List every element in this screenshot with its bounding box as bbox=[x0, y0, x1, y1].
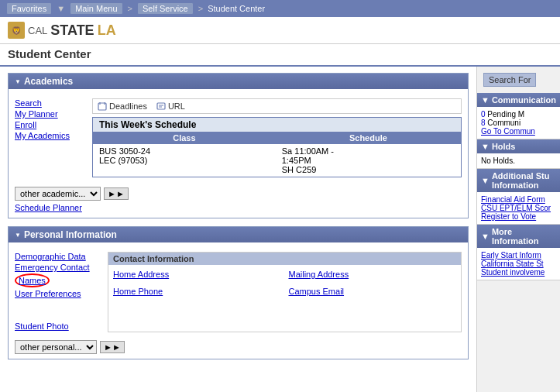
col-schedule-header: Schedule bbox=[276, 132, 462, 144]
names-annotation: ↘ Names bbox=[15, 273, 50, 289]
home-address-link[interactable]: Home Address bbox=[113, 270, 281, 279]
self-service-button[interactable]: Self Service bbox=[137, 2, 194, 15]
page-title: Student Center bbox=[8, 47, 552, 60]
personal-links: Demographic Data Emergency Contact ↘ Nam… bbox=[15, 252, 92, 332]
class-cell: BUS 3050-24LEC (97053) bbox=[93, 144, 276, 177]
early-start-link[interactable]: Early Start Inform bbox=[481, 251, 556, 260]
logo-bar: 🦁 CAL STATE LA bbox=[0, 17, 560, 44]
communic-row: 8 Communi bbox=[481, 119, 556, 127]
my-academics-link[interactable]: My Academics bbox=[15, 131, 77, 140]
communication-body: 0 Pending M 8 Communi Go To Commun bbox=[477, 107, 560, 139]
financial-aid-link[interactable]: Financial Aid Form bbox=[481, 195, 556, 204]
deadlines-item[interactable]: Deadlines bbox=[98, 101, 147, 111]
more-title: More Information bbox=[492, 227, 556, 246]
favorites-button[interactable]: Favorites bbox=[6, 2, 52, 15]
communication-header: ▼ Communication bbox=[477, 93, 560, 107]
communic-label: Communi bbox=[487, 119, 520, 127]
additional-title: Additional Stu Information bbox=[492, 171, 556, 190]
logo-cal: CAL bbox=[28, 25, 47, 36]
student-photo-link[interactable]: Student Photo bbox=[15, 322, 92, 331]
pending-count: 0 bbox=[481, 110, 486, 119]
academics-dropdown[interactable]: other academic... bbox=[15, 187, 101, 201]
pending-label: Pending M bbox=[487, 110, 524, 119]
personal-dropdown-row: other personal... ►► bbox=[15, 340, 462, 354]
right-panel: Search For ▼ Communication 0 Pending M 8… bbox=[476, 67, 560, 392]
url-icon bbox=[156, 101, 166, 111]
academics-section: ▼ Academics Search My Planner Enroll My … bbox=[8, 73, 469, 218]
more-header: ▼ More Information bbox=[477, 225, 560, 248]
additional-body: Financial Aid Form CSU EPT/ELM Scor Regi… bbox=[477, 192, 560, 224]
additional-section: ▼ Additional Stu Information Financial A… bbox=[477, 169, 560, 225]
emergency-contact-link[interactable]: Emergency Contact bbox=[15, 263, 92, 272]
sep2: > bbox=[128, 4, 132, 13]
logo-la: LA bbox=[98, 22, 116, 39]
holds-title: Holds bbox=[492, 142, 516, 151]
personal-header: ▼ Personal Information bbox=[9, 227, 468, 242]
schedule-cell: Sa 11:00AM -1:45PMSH C259 bbox=[276, 144, 462, 177]
search-link[interactable]: Search bbox=[15, 98, 77, 108]
contact-grid: Home Address Mailing Address Home Phone … bbox=[108, 265, 461, 301]
schedule-planner-link[interactable]: Schedule Planner bbox=[15, 203, 82, 212]
go-to-commun-link[interactable]: Go To Commun bbox=[481, 127, 556, 136]
mailing-address-link[interactable]: Mailing Address bbox=[289, 270, 457, 279]
more-section: ▼ More Information Early Start Inform Ca… bbox=[477, 225, 560, 280]
main-menu-button[interactable]: Main Menu bbox=[70, 2, 122, 15]
register-vote-link[interactable]: Register to Vote bbox=[481, 212, 556, 221]
student-center-breadcrumb: Student Center bbox=[208, 4, 265, 13]
user-preferences-link[interactable]: User Preferences bbox=[15, 289, 92, 298]
academics-go-button[interactable]: ►► bbox=[104, 187, 129, 200]
csu-ept-link[interactable]: CSU EPT/ELM Scor bbox=[481, 204, 556, 212]
top-nav: Favorites ▼ Main Menu > Self Service > S… bbox=[0, 0, 560, 17]
url-item[interactable]: URL bbox=[156, 101, 185, 111]
my-planner-link[interactable]: My Planner bbox=[15, 109, 77, 119]
personal-title: Personal Information bbox=[24, 229, 117, 240]
main-layout: ▼ Academics Search My Planner Enroll My … bbox=[0, 67, 560, 392]
triangle-icon: ▼ bbox=[15, 78, 21, 85]
enroll-link[interactable]: Enroll bbox=[15, 120, 77, 129]
academics-header: ▼ Academics bbox=[9, 74, 468, 89]
logo: 🦁 CAL STATE LA bbox=[8, 22, 116, 39]
names-link[interactable]: Names bbox=[15, 273, 50, 287]
schedule-table: This Week's Schedule Class Schedule BUS … bbox=[92, 117, 462, 177]
logo-state: STATE bbox=[50, 22, 94, 39]
logo-icon: 🦁 bbox=[8, 22, 25, 39]
search-for-container: Search For bbox=[477, 67, 560, 93]
contact-info-header: Contact Information bbox=[108, 253, 461, 265]
search-for-button[interactable]: Search For bbox=[483, 73, 536, 87]
holds-body: No Holds. bbox=[477, 153, 560, 168]
academics-title: Academics bbox=[24, 76, 73, 87]
deadlines-label: Deadlines bbox=[109, 101, 147, 111]
center-content: ▼ Academics Search My Planner Enroll My … bbox=[0, 67, 476, 392]
more-body: Early Start Inform California State St S… bbox=[477, 248, 560, 280]
deadlines-icon bbox=[98, 101, 107, 111]
holds-message: No Holds. bbox=[481, 156, 515, 165]
url-label: URL bbox=[168, 101, 185, 111]
cal-state-link[interactable]: California State St bbox=[481, 260, 556, 268]
schedule-planner-container: Schedule Planner bbox=[15, 202, 462, 213]
holds-header: ▼ Holds bbox=[477, 139, 560, 153]
personal-section: ▼ Personal Information Demographic Data … bbox=[8, 226, 469, 359]
academics-links: Search My Planner Enroll My Academics bbox=[15, 98, 77, 177]
svg-rect-3 bbox=[157, 103, 165, 109]
deadlines-url-bar: Deadlines URL bbox=[92, 98, 462, 114]
holds-section: ▼ Holds No Holds. bbox=[477, 139, 560, 169]
additional-header: ▼ Additional Stu Information bbox=[477, 169, 560, 192]
home-phone-link[interactable]: Home Phone bbox=[113, 287, 281, 296]
triangle-icon-2: ▼ bbox=[15, 232, 21, 239]
personal-dropdown[interactable]: other personal... bbox=[15, 340, 97, 354]
student-involve-link[interactable]: Student involveme bbox=[481, 268, 556, 277]
campus-email-link[interactable]: Campus Email bbox=[289, 287, 457, 296]
communication-section: ▼ Communication 0 Pending M 8 Communi Go… bbox=[477, 93, 560, 139]
academics-dropdown-row: other academic... ►► bbox=[15, 187, 462, 201]
table-row: BUS 3050-24LEC (97053) Sa 11:00AM -1:45P… bbox=[93, 144, 462, 177]
academics-body: Search My Planner Enroll My Academics De… bbox=[9, 94, 468, 182]
demographic-link[interactable]: Demographic Data bbox=[15, 252, 92, 261]
personal-go-button[interactable]: ►► bbox=[100, 341, 125, 353]
communic-count: 8 bbox=[481, 119, 486, 127]
contact-info-box: Contact Information Home Address Mailing… bbox=[108, 252, 462, 332]
col-class-header: Class bbox=[93, 132, 276, 144]
sep1: ▼ bbox=[57, 4, 65, 13]
communication-title: Communication bbox=[492, 95, 556, 105]
schedule-title: This Week's Schedule bbox=[93, 118, 462, 132]
pending-row: 0 Pending M bbox=[481, 110, 556, 119]
